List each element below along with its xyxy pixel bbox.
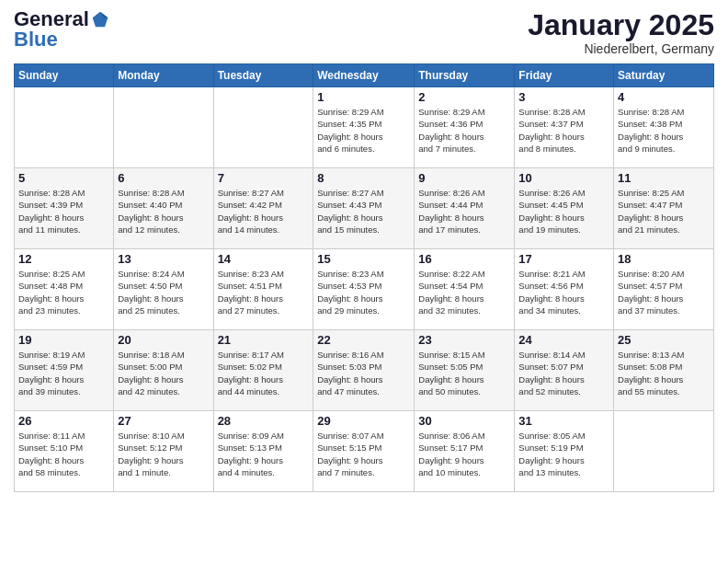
day-info: Sunrise: 8:06 AM Sunset: 5:17 PM Dayligh… — [418, 430, 510, 478]
calendar-week-row: 12Sunrise: 8:25 AM Sunset: 4:48 PM Dayli… — [15, 249, 714, 330]
day-number: 22 — [317, 333, 410, 347]
col-friday: Friday — [515, 64, 614, 87]
table-row: 1Sunrise: 8:29 AM Sunset: 4:35 PM Daylig… — [313, 87, 415, 168]
day-number: 30 — [418, 414, 510, 428]
calendar-week-row: 5Sunrise: 8:28 AM Sunset: 4:39 PM Daylig… — [15, 168, 714, 249]
table-row: 10Sunrise: 8:26 AM Sunset: 4:45 PM Dayli… — [515, 168, 614, 249]
day-info: Sunrise: 8:18 AM Sunset: 5:00 PM Dayligh… — [118, 349, 209, 397]
day-number: 15 — [317, 252, 410, 266]
table-row: 20Sunrise: 8:18 AM Sunset: 5:00 PM Dayli… — [114, 330, 213, 411]
day-info: Sunrise: 8:14 AM Sunset: 5:07 PM Dayligh… — [518, 349, 609, 397]
day-number: 11 — [618, 171, 710, 185]
logo-general: General — [14, 9, 89, 29]
day-number: 31 — [518, 414, 609, 428]
day-number: 5 — [18, 171, 109, 185]
day-number: 29 — [317, 414, 410, 428]
table-row: 2Sunrise: 8:29 AM Sunset: 4:36 PM Daylig… — [415, 87, 515, 168]
day-info: Sunrise: 8:21 AM Sunset: 4:56 PM Dayligh… — [518, 268, 609, 316]
table-row: 28Sunrise: 8:09 AM Sunset: 5:13 PM Dayli… — [213, 411, 313, 492]
col-monday: Monday — [114, 64, 213, 87]
day-info: Sunrise: 8:19 AM Sunset: 4:59 PM Dayligh… — [18, 349, 109, 397]
day-info: Sunrise: 8:29 AM Sunset: 4:35 PM Dayligh… — [317, 106, 410, 155]
day-number: 16 — [418, 252, 510, 266]
table-row: 17Sunrise: 8:21 AM Sunset: 4:56 PM Dayli… — [515, 249, 614, 330]
day-info: Sunrise: 8:16 AM Sunset: 5:03 PM Dayligh… — [317, 349, 410, 397]
table-row — [114, 87, 213, 168]
table-row: 15Sunrise: 8:23 AM Sunset: 4:53 PM Dayli… — [313, 249, 415, 330]
page-container: General Blue January 2025 Niederelbert, … — [0, 0, 728, 501]
day-info: Sunrise: 8:10 AM Sunset: 5:12 PM Dayligh… — [118, 430, 209, 478]
col-saturday: Saturday — [614, 64, 714, 87]
table-row: 26Sunrise: 8:11 AM Sunset: 5:10 PM Dayli… — [15, 411, 114, 492]
logo-icon — [91, 10, 109, 29]
day-info: Sunrise: 8:09 AM Sunset: 5:13 PM Dayligh… — [218, 430, 310, 478]
day-info: Sunrise: 8:26 AM Sunset: 4:45 PM Dayligh… — [518, 187, 609, 236]
calendar-table: Sunday Monday Tuesday Wednesday Thursday… — [14, 63, 714, 492]
day-number: 8 — [317, 171, 410, 185]
day-number: 6 — [118, 171, 209, 185]
table-row: 4Sunrise: 8:28 AM Sunset: 4:38 PM Daylig… — [614, 87, 714, 168]
calendar-week-row: 19Sunrise: 8:19 AM Sunset: 4:59 PM Dayli… — [15, 330, 714, 411]
day-info: Sunrise: 8:24 AM Sunset: 4:50 PM Dayligh… — [118, 268, 209, 316]
day-info: Sunrise: 8:29 AM Sunset: 4:36 PM Dayligh… — [418, 106, 510, 155]
logo-text: General — [14, 9, 109, 29]
title-area: January 2025 Niederelbert, Germany — [528, 9, 714, 56]
svg-marker-0 — [93, 12, 108, 28]
table-row: 12Sunrise: 8:25 AM Sunset: 4:48 PM Dayli… — [15, 249, 114, 330]
table-row: 13Sunrise: 8:24 AM Sunset: 4:50 PM Dayli… — [114, 249, 213, 330]
day-info: Sunrise: 8:13 AM Sunset: 5:08 PM Dayligh… — [618, 349, 710, 397]
month-title: January 2025 — [528, 9, 714, 41]
day-info: Sunrise: 8:27 AM Sunset: 4:43 PM Dayligh… — [317, 187, 410, 236]
day-number: 20 — [118, 333, 209, 347]
day-number: 17 — [518, 252, 609, 266]
day-info: Sunrise: 8:05 AM Sunset: 5:19 PM Dayligh… — [518, 430, 609, 478]
table-row: 6Sunrise: 8:28 AM Sunset: 4:40 PM Daylig… — [114, 168, 213, 249]
day-info: Sunrise: 8:11 AM Sunset: 5:10 PM Dayligh… — [18, 430, 109, 478]
col-tuesday: Tuesday — [213, 64, 313, 87]
day-number: 1 — [317, 90, 410, 104]
table-row: 25Sunrise: 8:13 AM Sunset: 5:08 PM Dayli… — [614, 330, 714, 411]
col-wednesday: Wednesday — [313, 64, 415, 87]
day-info: Sunrise: 8:22 AM Sunset: 4:54 PM Dayligh… — [418, 268, 510, 316]
day-number: 27 — [118, 414, 209, 428]
table-row: 8Sunrise: 8:27 AM Sunset: 4:43 PM Daylig… — [313, 168, 415, 249]
table-row: 22Sunrise: 8:16 AM Sunset: 5:03 PM Dayli… — [313, 330, 415, 411]
table-row — [213, 87, 313, 168]
day-number: 26 — [18, 414, 109, 428]
table-row: 7Sunrise: 8:27 AM Sunset: 4:42 PM Daylig… — [213, 168, 313, 249]
table-row: 29Sunrise: 8:07 AM Sunset: 5:15 PM Dayli… — [313, 411, 415, 492]
day-info: Sunrise: 8:20 AM Sunset: 4:57 PM Dayligh… — [618, 268, 710, 316]
page-header: General Blue January 2025 Niederelbert, … — [14, 9, 714, 56]
day-number: 21 — [218, 333, 310, 347]
table-row — [614, 411, 714, 492]
day-number: 24 — [518, 333, 609, 347]
day-info: Sunrise: 8:28 AM Sunset: 4:38 PM Dayligh… — [618, 106, 710, 155]
table-row: 11Sunrise: 8:25 AM Sunset: 4:47 PM Dayli… — [614, 168, 714, 249]
day-number: 19 — [18, 333, 109, 347]
calendar-week-row: 1Sunrise: 8:29 AM Sunset: 4:35 PM Daylig… — [15, 87, 714, 168]
col-sunday: Sunday — [15, 64, 114, 87]
day-info: Sunrise: 8:23 AM Sunset: 4:51 PM Dayligh… — [218, 268, 310, 316]
day-info: Sunrise: 8:07 AM Sunset: 5:15 PM Dayligh… — [317, 430, 410, 478]
table-row: 5Sunrise: 8:28 AM Sunset: 4:39 PM Daylig… — [15, 168, 114, 249]
day-number: 7 — [218, 171, 310, 185]
day-number: 3 — [518, 90, 609, 104]
location: Niederelbert, Germany — [528, 41, 714, 56]
table-row: 27Sunrise: 8:10 AM Sunset: 5:12 PM Dayli… — [114, 411, 213, 492]
day-number: 4 — [618, 90, 710, 104]
logo-blue: Blue — [14, 29, 58, 50]
day-info: Sunrise: 8:15 AM Sunset: 5:05 PM Dayligh… — [418, 349, 510, 397]
day-number: 14 — [218, 252, 310, 266]
day-info: Sunrise: 8:28 AM Sunset: 4:40 PM Dayligh… — [118, 187, 209, 236]
day-number: 9 — [418, 171, 510, 185]
table-row: 30Sunrise: 8:06 AM Sunset: 5:17 PM Dayli… — [415, 411, 515, 492]
logo: General Blue — [14, 9, 109, 50]
table-row: 18Sunrise: 8:20 AM Sunset: 4:57 PM Dayli… — [614, 249, 714, 330]
table-row: 16Sunrise: 8:22 AM Sunset: 4:54 PM Dayli… — [415, 249, 515, 330]
day-number: 28 — [218, 414, 310, 428]
table-row — [15, 87, 114, 168]
day-info: Sunrise: 8:26 AM Sunset: 4:44 PM Dayligh… — [418, 187, 510, 236]
day-info: Sunrise: 8:17 AM Sunset: 5:02 PM Dayligh… — [218, 349, 310, 397]
day-number: 25 — [618, 333, 710, 347]
table-row: 9Sunrise: 8:26 AM Sunset: 4:44 PM Daylig… — [415, 168, 515, 249]
